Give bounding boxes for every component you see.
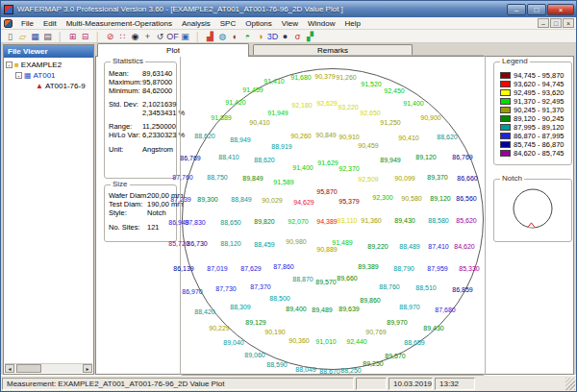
site-value[interactable]: 91,589 (273, 179, 293, 185)
site-value[interactable]: 91,520 (361, 81, 381, 87)
site-value[interactable]: 95,870 (316, 188, 337, 195)
site-value[interactable]: 85,330 (459, 265, 479, 272)
menu-item[interactable]: View (277, 19, 303, 28)
site-value[interactable]: 87,019 (207, 265, 227, 272)
site-value[interactable]: 93,110 (338, 217, 358, 224)
site-value[interactable]: 91,010 (315, 338, 336, 345)
site-value[interactable]: 86,769 (180, 155, 200, 161)
tree-expander[interactable]: - (6, 61, 13, 68)
site-value[interactable]: 88,410 (218, 154, 238, 160)
site-value[interactable]: 89,300 (197, 196, 217, 203)
site-value[interactable]: 90,229 (209, 325, 229, 331)
site-value[interactable]: 90,260 (290, 133, 311, 139)
sphere-plot-button[interactable]: ● (279, 31, 291, 42)
site-pattern-button[interactable]: ∷ (116, 31, 129, 42)
site-value[interactable]: 86,139 (173, 265, 193, 272)
site-value[interactable]: 88,459 (254, 241, 274, 248)
menu-item[interactable]: Multi-Measurement-Operations (62, 19, 177, 28)
site-value[interactable]: 88,309 (230, 304, 250, 310)
site-value[interactable]: 86,970 (182, 288, 202, 295)
site-value[interactable]: 88,760 (379, 283, 399, 290)
site-value[interactable]: 89,129 (245, 319, 265, 326)
site-value[interactable]: 88,620 (437, 134, 457, 140)
site-value[interactable]: 89,489 (312, 306, 332, 313)
mdi-close-button[interactable]: × (563, 18, 574, 28)
site-value[interactable]: 87,239 (170, 196, 190, 203)
tree-item[interactable]: ▲ AT001-76-9 (27, 81, 93, 91)
site-value[interactable]: 88,590 (266, 361, 287, 368)
site-value[interactable]: 90,410 (398, 135, 418, 141)
wafer-orange-button[interactable]: ◑ (254, 31, 266, 42)
site-value[interactable]: 88,489 (399, 243, 419, 250)
site-value[interactable]: 90,459 (358, 142, 378, 149)
site-value[interactable]: 88,659 (404, 339, 424, 346)
site-value[interactable]: 88,790 (393, 265, 414, 272)
site-value[interactable]: 88,919 (271, 143, 291, 150)
site-value[interactable]: 90,360 (288, 337, 309, 344)
site-value[interactable]: 87,370 (250, 283, 270, 290)
site-value[interactable]: 89,860 (360, 297, 380, 304)
site-value[interactable]: 89,370 (427, 174, 447, 181)
site-value[interactable]: 92,070 (288, 218, 308, 225)
site-value[interactable]: 88,580 (428, 217, 448, 224)
site-value[interactable]: 88,510 (415, 284, 436, 291)
site-value[interactable]: 90,029 (262, 197, 282, 204)
site-value[interactable]: 91,260 (336, 74, 356, 81)
site-value[interactable]: 90,769 (365, 329, 386, 335)
site-value[interactable]: 88,620 (194, 133, 214, 139)
site-value[interactable]: 90,379 (314, 73, 335, 80)
site-value[interactable]: 84,620 (454, 243, 474, 250)
save-button[interactable]: ▦ (29, 31, 41, 42)
site-value[interactable]: 89,040 (223, 339, 243, 346)
site-value[interactable]: 91,410 (263, 78, 284, 85)
tree-expander[interactable]: - (15, 72, 22, 79)
site-value[interactable]: 88,500 (269, 295, 289, 302)
exclude-sites-button[interactable]: ⊘ (104, 31, 116, 42)
site-value[interactable]: 90,900 (420, 114, 440, 121)
site-value[interactable]: 89,639 (339, 306, 359, 312)
menu-item[interactable]: File (16, 19, 38, 28)
site-value[interactable]: 88,420 (194, 308, 214, 315)
site-value[interactable]: 93,220 (338, 104, 358, 110)
separator[interactable]: │ (54, 31, 66, 42)
site-value[interactable]: 89,970 (387, 319, 407, 326)
site-value[interactable]: 87,860 (273, 263, 293, 270)
gauge-button[interactable]: ◐ (229, 31, 241, 42)
copy-plot-button[interactable]: ▣ (179, 31, 191, 42)
site-value[interactable]: 88,949 (230, 136, 250, 143)
site-value[interactable]: 92,300 (372, 194, 392, 201)
site-value[interactable]: 91,420 (225, 99, 245, 106)
site-value[interactable]: 89,120 (415, 154, 436, 160)
trend-chart-button[interactable]: ▞ (304, 31, 316, 42)
contour-plot-button[interactable]: ◍ (216, 31, 229, 42)
site-value[interactable]: 90,099 (394, 175, 414, 182)
tree-item[interactable]: - ▦ AT001 (15, 70, 93, 81)
site-value[interactable]: 87,410 (428, 243, 448, 250)
open-file-button[interactable]: ▱ (16, 31, 29, 42)
separator[interactable]: │ (191, 31, 204, 42)
new-file-button[interactable]: ▯ (4, 31, 16, 42)
site-value[interactable]: 89,570 (315, 279, 336, 285)
maximize-button[interactable]: □ (527, 4, 546, 15)
site-value[interactable]: 91,489 (332, 239, 352, 246)
dark-wafer-button[interactable]: ◉ (129, 31, 141, 42)
site-value[interactable]: 87,760 (172, 174, 192, 181)
site-value[interactable]: 89,430 (423, 325, 443, 331)
site-value[interactable]: 89,120 (430, 195, 450, 202)
site-value[interactable]: 90,910 (339, 134, 359, 140)
site-value[interactable]: 86,859 (452, 286, 472, 293)
site-value[interactable]: 91,400 (403, 100, 423, 107)
site-value[interactable]: 87,959 (427, 265, 447, 272)
site-value[interactable]: 91,949 (267, 110, 288, 116)
site-value[interactable]: 87,629 (240, 265, 261, 272)
site-value[interactable]: 92,370 (339, 165, 359, 172)
tab-plot[interactable]: Plot (97, 43, 249, 57)
site-value[interactable]: 88,670 (319, 368, 339, 375)
site-value[interactable]: 89,250 (363, 360, 383, 367)
site-value[interactable]: 86,730 (187, 240, 207, 247)
site-value[interactable]: 88,250 (340, 367, 361, 374)
site-value[interactable]: 91,400 (292, 164, 313, 171)
close-button[interactable]: × (547, 4, 574, 15)
site-value[interactable]: 89,949 (380, 157, 400, 163)
lasso-button[interactable]: ↺ (154, 31, 166, 42)
